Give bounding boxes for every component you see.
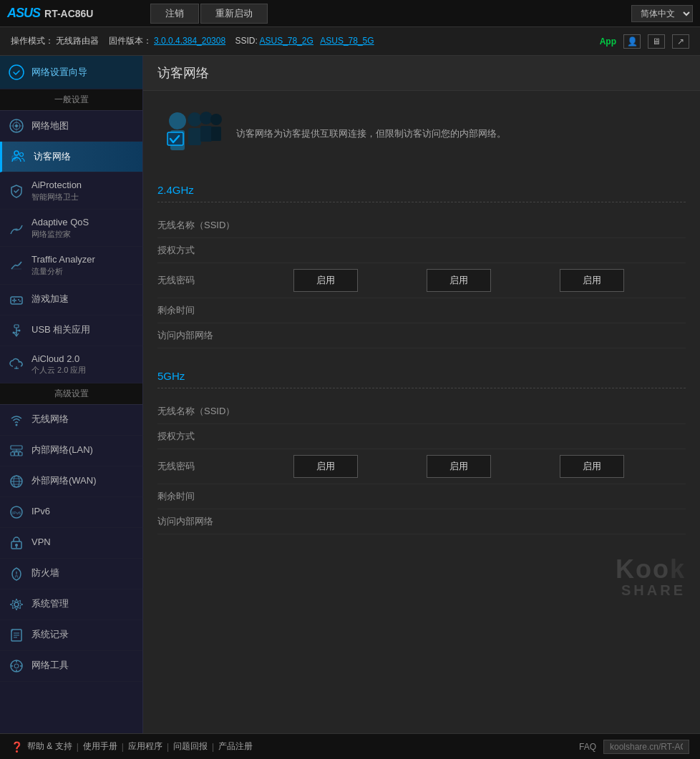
share-icon-btn[interactable]: ↗ [672, 34, 689, 49]
admin-label: 系统管理 [31, 598, 69, 610]
freq-24ghz-section: 2.4GHz 无线名称（SSID） 授权方式 无线密码 启用 [143, 177, 700, 363]
enable-btn-24ghz-1[interactable]: 启用 [293, 269, 358, 292]
sidebar-item-setup[interactable]: 网络设置向导 [0, 56, 142, 89]
sidebar-item-aicloud[interactable]: AiCloud 2.0个人云 2.0 应用 [0, 346, 142, 383]
sidebar-item-vpn[interactable]: VPN [0, 528, 142, 559]
sidebar-item-guest-network[interactable]: 访客网络 [0, 142, 142, 172]
sidebar-item-traffic-analyzer[interactable]: Traffic Analyzer流量分析 [0, 247, 142, 284]
feedback-link[interactable]: 问题回报 [173, 740, 208, 753]
adaptive-qos-icon [9, 220, 24, 236]
remaining-24ghz-label: 剩余时间 [157, 298, 286, 323]
ssid-5ghz-label: 无线名称（SSID） [157, 399, 286, 424]
manual-link[interactable]: 使用手册 [83, 740, 117, 753]
access-5ghz-label: 访问内部网络 [157, 509, 286, 534]
firewall-icon [9, 566, 24, 582]
sidebar-item-admin[interactable]: 系统管理 [0, 589, 142, 620]
enable-btn-24ghz-3[interactable]: 启用 [560, 269, 624, 292]
remaining-5ghz-col1 [286, 484, 419, 509]
network-map-label: 网络地图 [31, 120, 69, 132]
svg-point-45 [14, 602, 19, 607]
svg-point-14 [12, 300, 14, 301]
bottom-bar: ❓ 帮助 & 支持 | 使用手册 | 应用程序 | 问题回报 | 产品注册 FA… [0, 733, 700, 759]
freq-24ghz-divider [157, 202, 686, 202]
bottom-left: ❓ 帮助 & 支持 | 使用手册 | 应用程序 | 问题回报 | 产品注册 [11, 740, 253, 753]
svg-rect-27 [11, 446, 22, 449]
ssid-5ghz-col1 [286, 399, 419, 424]
sidebar-item-game-boost[interactable]: 游戏加速 [0, 285, 142, 315]
advanced-settings-header: 高级设置 [0, 383, 142, 405]
register-link[interactable]: 产品注册 [218, 740, 253, 753]
sidebar-item-network-map[interactable]: 网络地图 [0, 111, 142, 142]
access-5ghz-col2 [419, 509, 553, 534]
password-24ghz-col1: 启用 [286, 263, 419, 298]
ssid-5g-link[interactable]: ASUS_78_5G [320, 36, 374, 46]
cancel-button[interactable]: 注销 [150, 4, 199, 24]
remaining-24ghz-col3 [553, 298, 686, 323]
tools-label: 网络工具 [31, 660, 69, 672]
svg-rect-29 [15, 452, 19, 456]
enable-btn-5ghz-3[interactable]: 启用 [560, 455, 624, 478]
freq-5ghz-header: 5GHz [157, 363, 686, 388]
sidebar-item-wireless[interactable]: 无线网络 [0, 405, 142, 436]
ssid-24ghz-col2 [419, 213, 553, 238]
svg-point-26 [16, 423, 18, 426]
lan-label: 内部网络(LAN) [31, 444, 93, 456]
svg-point-15 [15, 300, 16, 301]
svg-point-0 [9, 65, 24, 79]
sidebar-item-adaptive-qos[interactable]: Adaptive QoS网络监控家 [0, 210, 142, 247]
adaptive-qos-label: Adaptive QoS网络监控家 [31, 217, 89, 239]
firmware-link[interactable]: 3.0.0.4.384_20308 [154, 36, 225, 46]
intro-text: 访客网络为访客提供互联网连接，但限制访客访问您的内部网络。 [236, 127, 506, 141]
enable-btn-24ghz-2[interactable]: 启用 [427, 269, 491, 292]
auth-5ghz-col3 [553, 424, 686, 449]
password-24ghz-col3: 启用 [553, 263, 686, 298]
svg-point-7 [20, 153, 24, 157]
traffic-analyzer-label: Traffic Analyzer流量分析 [31, 254, 95, 276]
password-5ghz-col2: 启用 [419, 449, 553, 484]
svg-point-13 [14, 301, 15, 303]
apps-link[interactable]: 应用程序 [128, 740, 162, 753]
svg-point-43 [15, 544, 18, 547]
ssid-5ghz-col2 [419, 399, 553, 424]
faq-input[interactable] [603, 740, 689, 754]
svg-rect-30 [19, 452, 22, 456]
remaining-5ghz-col3 [553, 484, 686, 509]
setup-icon [9, 64, 24, 80]
restart-button[interactable]: 重新启动 [200, 4, 268, 24]
sidebar-item-syslog[interactable]: 系统记录 [0, 620, 142, 651]
auth-5ghz-col2 [419, 424, 553, 449]
enable-btn-5ghz-2[interactable]: 启用 [427, 455, 491, 478]
sidebar-item-ipv6[interactable]: IPv6 IPv6 [0, 497, 142, 528]
sidebar-item-aiprotection[interactable]: AiProtection智能网络卫士 [0, 172, 142, 210]
ssid-24ghz-label: 无线名称（SSID） [157, 213, 286, 238]
user-icon-btn[interactable]: 👤 [623, 34, 641, 49]
app-label: App [600, 36, 616, 46]
sidebar-item-lan[interactable]: 内部网络(LAN) [0, 436, 142, 466]
status-text: 操作模式： 无线路由器 固件版本： 3.0.0.4.384_20308 SSID… [11, 35, 374, 47]
sidebar-item-usb-apps[interactable]: USB 相关应用 [0, 315, 142, 346]
freq-5ghz-section: 5GHz 无线名称（SSID） 授权方式 无线密码 启用 启用 [143, 363, 700, 549]
password-5ghz-col1: 启用 [286, 449, 419, 484]
sidebar-item-firewall[interactable]: 防火墙 [0, 559, 142, 589]
screen-icon-btn[interactable]: 🖥 [648, 34, 665, 49]
ssid-2g-link[interactable]: ASUS_78_2G [260, 36, 313, 46]
sidebar-item-tools[interactable]: 网络工具 [0, 651, 142, 682]
help-support-link[interactable]: 帮助 & 支持 [27, 740, 72, 753]
ssid-5ghz-col3 [553, 399, 686, 424]
network-map-icon [9, 118, 24, 134]
mode-label: 操作模式： [11, 36, 54, 46]
svg-point-23 [13, 331, 15, 333]
freq-24ghz-header: 2.4GHz [157, 177, 686, 202]
sidebar-item-wan[interactable]: 外部网络(WAN) [0, 466, 142, 497]
status-bar: 操作模式： 无线路由器 固件版本： 3.0.0.4.384_20308 SSID… [0, 27, 700, 56]
lan-icon [9, 443, 24, 459]
remaining-5ghz-label: 剩余时间 [157, 484, 286, 509]
language-select[interactable]: 简体中文 English 繁體中文 [631, 5, 693, 22]
content-area: 访客网络 [143, 56, 700, 733]
help-icon: ❓ [11, 741, 23, 753]
svg-point-17 [19, 300, 21, 302]
asus-logo: ASUS [7, 6, 40, 21]
password-5ghz-col3: 启用 [553, 449, 686, 484]
enable-btn-5ghz-1[interactable]: 启用 [293, 455, 358, 478]
auth-24ghz-col2 [419, 238, 553, 263]
